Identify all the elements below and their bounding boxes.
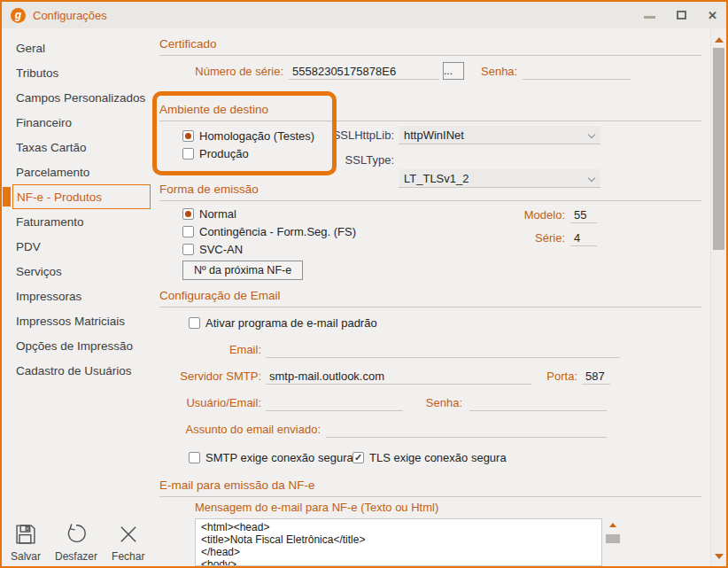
radio-contingencia-box[interactable] [182, 226, 194, 237]
save-button[interactable]: Salvar [11, 522, 41, 563]
scrollbar-thumb[interactable] [606, 534, 620, 543]
chevron-down-icon[interactable] [588, 131, 595, 138]
servidor-smtp-input[interactable]: smtp-mail.outlook.com [266, 367, 531, 385]
section-title-config-email: Configuração de Email [159, 289, 701, 307]
radio-svcan-label: SVC-AN [199, 243, 243, 256]
sidebar-item-tributos[interactable]: Tributos [12, 60, 151, 85]
minimize-icon[interactable] [644, 16, 655, 19]
undo-icon [64, 522, 89, 547]
checkbox-ativar-label: Ativar programa de e-mail padrão [205, 316, 377, 330]
senha-email-input[interactable] [469, 393, 607, 411]
porta-label: Porta: [538, 367, 577, 385]
mensagem-email-textarea[interactable]: <html><head> <title>Nota Fiscal Eletrôni… [195, 518, 602, 566]
sidebar-item-pdv[interactable]: PDV [12, 234, 151, 259]
sidebar-item-cadastro-usuarios[interactable]: Cadastro de Usuários [12, 358, 151, 383]
close-icon[interactable]: ✕ [708, 10, 717, 21]
radio-contingencia[interactable]: Contingência - Form.Seg. (FS) [182, 222, 356, 240]
proxima-nfe-button[interactable]: Nº da próxima NF-e [182, 261, 303, 280]
radio-homologacao-label: Homologação (Testes) [199, 129, 314, 143]
section-title-ambiente: Ambiente de destino [159, 103, 701, 121]
radio-svcan[interactable]: SVC-AN [182, 240, 243, 258]
sidebar-item-servicos[interactable]: Serviços [12, 259, 151, 284]
undo-label: Desfazer [55, 550, 97, 563]
bottom-toolbar: Salvar Desfazer Fechar [11, 522, 144, 563]
section-title-email-nfe: E-mail para emissão da NF-e [159, 479, 701, 497]
radio-producao-label: Produção [199, 147, 249, 160]
sidebar-item-label: Faturamento [16, 215, 84, 229]
usuario-email-input[interactable] [266, 393, 403, 411]
sidebar-item-label: PDV [16, 240, 41, 253]
checkbox-smtp-segura[interactable]: SMTP exige conexão segura [189, 448, 353, 466]
radio-homologacao[interactable]: Homologação (Testes) [182, 127, 314, 144]
sidebar-item-impressoras[interactable]: Impressoras [12, 284, 151, 308]
sidebar-item-label: Tributos [16, 66, 58, 80]
sidebar: Geral Tributos Campos Personalizados Fin… [2, 28, 151, 566]
serie-input[interactable]: 4 [570, 229, 597, 246]
scroll-up-icon[interactable] [609, 523, 616, 527]
sidebar-item-label: Geral [16, 42, 45, 55]
checkbox-ativar-email-padrao[interactable]: Ativar programa de e-mail padrão [189, 314, 377, 331]
sidebar-item-faturamento[interactable]: Faturamento [12, 209, 151, 234]
radio-homologacao-box[interactable] [182, 130, 194, 142]
senha-certificado-label: Senha: [481, 62, 517, 80]
sidebar-item-label: Opções de Impressão [16, 339, 133, 353]
sidebar-item-geral[interactable]: Geral [12, 35, 151, 60]
numero-serie-input[interactable]: 55582305175878E6 [289, 62, 439, 80]
email-input[interactable] [266, 340, 620, 358]
scrollbar-thumb[interactable] [713, 48, 724, 250]
sslhttplib-value: httpWinINet [404, 128, 464, 142]
sidebar-item-label: Cadastro de Usuários [16, 364, 132, 377]
senha-certificado-input[interactable] [523, 62, 631, 80]
porta-input[interactable]: 587 [582, 367, 610, 385]
sidebar-item-nfe-produtos[interactable]: NF-e - Produtos [12, 184, 151, 209]
checkbox-smtp-segura-box[interactable] [189, 452, 200, 463]
sslhttplib-select[interactable]: httpWinINet [399, 126, 600, 144]
checkbox-tls-segura-label: TLS exige conexão segura [369, 451, 507, 464]
sidebar-item-label: Taxas Cartão [16, 141, 87, 154]
checkbox-tls-segura-box[interactable] [352, 452, 364, 463]
app-logo-icon: g [11, 8, 26, 23]
main-scrollbar[interactable] [710, 28, 726, 566]
sidebar-item-label: Impressos Matriciais [16, 315, 125, 328]
sidebar-item-opcoes-impressao[interactable]: Opções de Impressão [12, 333, 151, 358]
window-title: Configurações [33, 9, 107, 22]
sidebar-item-financeiro[interactable]: Financeiro [12, 110, 151, 135]
floppy-icon [13, 522, 38, 547]
modelo-input[interactable]: 55 [570, 206, 597, 223]
section-title-forma-emissao: Forma de emissão [159, 183, 701, 201]
sidebar-item-taxas-cartao[interactable]: Taxas Cartão [12, 135, 151, 160]
assunto-label: Assunto do email enviado: [159, 420, 321, 438]
senha-email-label: Senha: [409, 393, 462, 411]
settings-panel: Certificado Número de série: 55582305175… [151, 28, 710, 566]
radio-svcan-box[interactable] [182, 244, 194, 255]
radio-producao[interactable]: Produção [182, 144, 249, 162]
assunto-input[interactable] [326, 420, 607, 438]
servidor-smtp-label: Servidor SMTP: [159, 367, 261, 385]
checkbox-tls-segura[interactable]: TLS exige conexão segura [352, 448, 507, 466]
serie-label: Série: [487, 229, 565, 246]
scroll-up-icon[interactable] [715, 37, 724, 43]
undo-button[interactable]: Desfazer [55, 522, 97, 563]
sidebar-item-campos-personalizados[interactable]: Campos Personalizados [12, 85, 151, 110]
checkbox-ativar-box[interactable] [189, 317, 200, 329]
certificate-browse-button[interactable]: ... [443, 62, 464, 80]
sidebar-item-label: Campos Personalizados [16, 91, 145, 105]
checkbox-smtp-segura-label: SMTP exige conexão segura [205, 451, 353, 464]
sslhttplib-label: SSLHttpLib: [310, 126, 394, 144]
scroll-down-icon[interactable] [715, 554, 724, 559]
radio-normal-box[interactable] [182, 208, 194, 220]
radio-normal-label: Normal [199, 207, 236, 221]
close-label: Fechar [112, 550, 144, 563]
section-title-certificado: Certificado [159, 37, 701, 56]
close-window-button[interactable]: Fechar [112, 522, 144, 563]
sidebar-item-parcelamento[interactable]: Parcelamento [12, 160, 151, 184]
sidebar-item-label: Serviços [16, 265, 62, 278]
chevron-down-icon[interactable] [588, 175, 595, 182]
textarea-scrollbar[interactable] [606, 523, 620, 565]
sidebar-item-label: Financeiro [16, 116, 72, 129]
sidebar-item-impressos-matriciais[interactable]: Impressos Matriciais [12, 308, 151, 333]
maximize-icon[interactable] [677, 11, 686, 19]
radio-producao-box[interactable] [182, 148, 194, 160]
radio-normal[interactable]: Normal [182, 205, 236, 222]
configuracoes-window: g Configurações ✕ Geral Tributos Campos … [0, 0, 728, 568]
